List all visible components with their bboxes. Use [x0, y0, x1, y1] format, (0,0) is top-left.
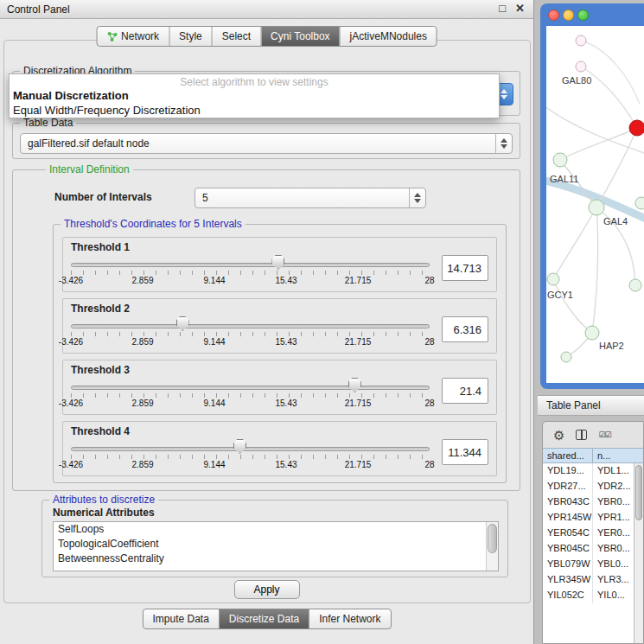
table-row[interactable]: YPR145WYPR1... [543, 510, 634, 526]
window-minimize-button[interactable] [563, 10, 574, 21]
slider-track[interactable] [71, 386, 430, 390]
network-node[interactable] [547, 273, 559, 285]
network-node[interactable] [635, 197, 644, 209]
network-edge[interactable] [553, 207, 596, 279]
table-data-combobox[interactable]: galFiltered.sif default node [20, 133, 513, 154]
tab-jactivemnodules[interactable]: jActiveMNodules [340, 27, 437, 46]
node-label: GAL80 [562, 75, 591, 86]
chevron-down-icon [501, 95, 507, 99]
network-node[interactable] [589, 200, 604, 215]
slider-ticks [71, 271, 430, 275]
slider-ticks [71, 455, 430, 459]
dropdown-placeholder: Select algorithm to view settings [10, 74, 499, 88]
gear-icon[interactable]: ⚙ [553, 429, 564, 442]
dropdown-option-equal-width[interactable]: Equal Width/Frequency Discretization [10, 103, 499, 118]
network-node[interactable] [561, 352, 571, 362]
tab-impute-data[interactable]: Impute Data [143, 609, 218, 628]
tab-discretize-data[interactable]: Discretize Data [219, 609, 309, 628]
tab-style[interactable]: Style [169, 27, 212, 46]
dropdown-option-manual[interactable]: Manual Discretization [10, 88, 499, 103]
slider-ticks [71, 393, 430, 398]
tab-cyni-toolbox[interactable]: Cyni Toolbox [260, 27, 339, 46]
threshold-4-box: Threshold 4 -3.4262.8599.14415.4321.7152… [62, 421, 497, 476]
column-header-name[interactable]: n... [593, 449, 643, 462]
table-row[interactable]: YBR045CYBR0... [543, 541, 634, 557]
column-header-shared-name[interactable]: shared... [543, 449, 593, 462]
network-node[interactable] [576, 61, 586, 72]
table-row[interactable]: YER054CYER0... [543, 526, 634, 541]
attributes-scrollbar[interactable] [486, 522, 498, 571]
slider-scale: -3.4262.8599.14415.4321.71528 [71, 276, 430, 286]
panel-title: Control Panel [7, 0, 70, 19]
table-scrollbar[interactable] [634, 463, 643, 643]
table-row[interactable]: YIL052CYIL0... [543, 588, 634, 603]
threshold-label: Threshold 4 [71, 425, 488, 437]
window-close-button[interactable] [548, 10, 559, 21]
scrollbar-thumb[interactable] [488, 524, 497, 553]
network-edge[interactable] [596, 128, 637, 207]
list-item[interactable]: BetweennessCentrality [54, 552, 498, 566]
threshold-2-slider[interactable]: -3.4262.8599.14415.4321.71528 [71, 319, 430, 350]
group-title: Table Data [20, 117, 76, 129]
network-node[interactable] [553, 153, 567, 167]
slider-track[interactable] [71, 447, 430, 451]
list-item[interactable]: SelfLoops [54, 522, 498, 537]
slider-track[interactable] [71, 263, 430, 267]
network-canvas[interactable]: GAL80 GAL11 GAL4 GCY1 HAP2 [546, 26, 644, 383]
tab-network[interactable]: Network [97, 27, 169, 46]
table-row[interactable]: YBR043CYBR0... [543, 494, 634, 510]
table-row[interactable]: YDR27...YDR2... [543, 479, 634, 494]
attributes-group: Attributes to discretize Numerical Attri… [41, 500, 508, 577]
node-label: HAP2 [599, 341, 624, 351]
slider-ticks [71, 332, 430, 336]
apply-button[interactable]: Apply [233, 580, 299, 599]
threshold-1-value-field[interactable]: 14.713 [442, 255, 488, 281]
threshold-label: Threshold 3 [71, 364, 488, 376]
threshold-3-value-field[interactable]: 21.4 [442, 378, 488, 404]
interval-definition-group: Interval Definition Number of Intervals … [12, 169, 520, 491]
table-header: shared... n... [543, 448, 643, 463]
group-title: Interval Definition [46, 163, 133, 175]
tab-select[interactable]: Select [212, 27, 260, 46]
table-row[interactable]: YLR345WYLR3... [543, 572, 634, 588]
tab-label: Network [121, 30, 159, 42]
scrollbar-thumb[interactable] [635, 465, 642, 520]
columns-icon[interactable] [576, 430, 587, 440]
control-panel: Control Panel □ ✕ Network Style Select C… [0, 0, 534, 644]
slider-scale: -3.4262.8599.14415.4321.71528 [71, 460, 430, 470]
table-panel-bar[interactable]: Table Panel [538, 395, 644, 416]
network-node[interactable] [629, 279, 641, 291]
threshold-1-box: Threshold 1 -3.4262.8599.14415.4321.7152… [62, 237, 497, 292]
close-icon[interactable]: ✕ [515, 2, 525, 15]
float-window-icon[interactable]: □ [499, 2, 506, 15]
table-panel-title: Table Panel [538, 396, 644, 415]
select-columns-icon[interactable]: ☑☑ [598, 430, 610, 439]
threshold-1-slider[interactable]: -3.4262.8599.14415.4321.71528 [71, 258, 430, 289]
table-row[interactable]: YDL19...YDL1... [543, 463, 634, 479]
network-edge[interactable] [592, 207, 598, 333]
slider-thumb[interactable] [233, 439, 246, 454]
threshold-4-value-field[interactable]: 11.344 [442, 439, 488, 465]
threshold-4-slider[interactable]: -3.4262.8599.14415.4321.71528 [71, 442, 430, 473]
list-item[interactable]: TopologicalCoefficient [54, 537, 498, 552]
table-body: YDL19...YDL1... YDR27...YDR2... YBR043CY… [543, 463, 634, 643]
table-row[interactable]: YBL079WYBL0... [543, 557, 634, 572]
threshold-3-slider[interactable]: -3.4262.8599.14415.4321.71528 [71, 380, 430, 411]
slider-thumb[interactable] [348, 378, 361, 392]
slider-scale: -3.4262.8599.14415.4321.71528 [71, 337, 430, 348]
threshold-2-value-field[interactable]: 6.316 [442, 316, 488, 342]
network-node-selected[interactable] [629, 120, 644, 136]
network-edge[interactable] [560, 128, 637, 160]
tab-infer-network[interactable]: Infer Network [309, 609, 390, 628]
node-label: GCY1 [547, 290, 573, 300]
slider-thumb[interactable] [271, 255, 284, 270]
slider-thumb[interactable] [176, 316, 189, 331]
window-zoom-button[interactable] [577, 10, 589, 21]
network-node[interactable] [585, 326, 599, 340]
network-edge[interactable] [553, 279, 592, 333]
number-of-intervals-combobox[interactable]: 5 [194, 188, 426, 208]
slider-track[interactable] [71, 324, 430, 328]
combo-value: 5 [195, 192, 409, 204]
network-node[interactable] [576, 35, 586, 46]
bottom-tab-bar: Impute Data Discretize Data Infer Networ… [142, 609, 391, 629]
